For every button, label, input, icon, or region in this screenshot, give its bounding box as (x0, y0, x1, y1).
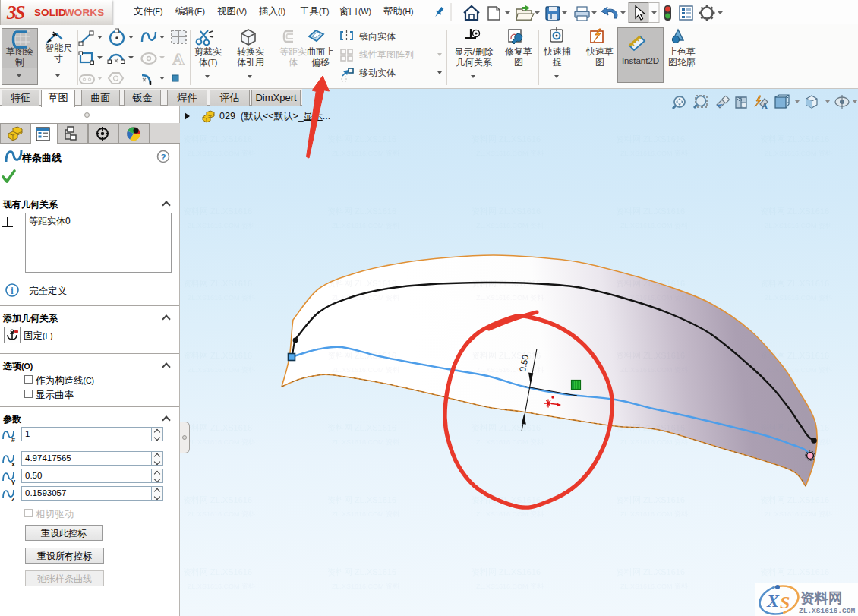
svg-text:z: z (11, 495, 15, 503)
svg-text:X: X (766, 591, 780, 611)
svg-text:A: A (172, 49, 185, 68)
svg-text:x: x (11, 460, 15, 468)
svg-text:资料网: 资料网 (800, 590, 843, 606)
svg-text:ZL.XS1616.COM: ZL.XS1616.COM (799, 607, 855, 615)
svg-text:S: S (780, 592, 790, 612)
svg-text:A: A (762, 101, 768, 110)
svg-text:y: y (11, 478, 15, 485)
svg-text:#: # (11, 436, 15, 444)
svg-text:?: ? (161, 153, 166, 162)
